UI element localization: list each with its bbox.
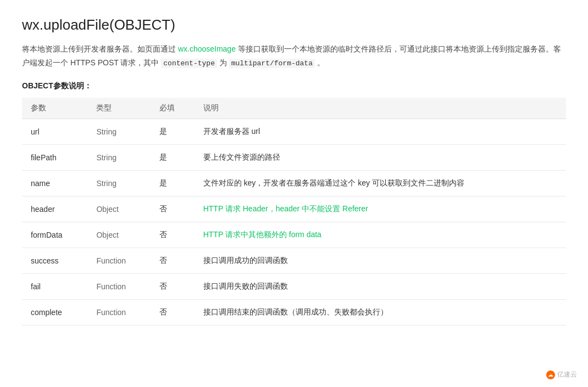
required-cell: 是 [151,170,195,196]
content-type-code: content-type [161,59,217,68]
param-cell: success [22,248,87,273]
desc-text-1: 将本地资源上传到开发者服务器。如页面通过 [22,44,178,53]
table-row: nameString是文件对应的 key，开发者在服务器端通过这个 key 可以… [22,170,566,196]
required-cell: 是 [151,144,195,170]
required-cell: 否 [151,196,195,222]
type-cell: Object [87,222,150,248]
col-header-type: 类型 [87,98,150,119]
param-cell: fail [22,273,87,299]
table-row: urlString是开发者服务器 url [22,119,566,144]
params-table: 参数 类型 必填 说明 urlString是开发者服务器 urlfilePath… [22,98,566,326]
type-cell: String [87,119,150,144]
type-cell: Function [87,299,150,325]
param-cell: header [22,196,87,222]
table-header-row: 参数 类型 必填 说明 [22,98,566,119]
table-body: urlString是开发者服务器 urlfilePathString是要上传文件… [22,119,566,325]
required-cell: 否 [151,222,195,248]
required-cell: 否 [151,299,195,325]
desc-cell: 接口调用成功的回调函数 [195,248,566,273]
type-cell: String [87,144,150,170]
required-cell: 否 [151,273,195,299]
type-cell: String [87,170,150,196]
type-cell: Function [87,248,150,273]
table-header: 参数 类型 必填 说明 [22,98,566,119]
wx-choose-image-link[interactable]: wx.chooseImage [178,44,236,53]
description-paragraph: 将本地资源上传到开发者服务器。如页面通过 wx.chooseImage 等接口获… [22,42,566,70]
table-row: filePathString是要上传文件资源的路径 [22,144,566,170]
param-cell: formData [22,222,87,248]
table-row: headerObject否HTTP 请求 Header，header 中不能设置… [22,196,566,222]
col-header-required: 必填 [151,98,195,119]
table-row: failFunction否接口调用失败的回调函数 [22,273,566,299]
type-cell: Object [87,196,150,222]
desc-cell: 开发者服务器 url [195,119,566,144]
param-cell: name [22,170,87,196]
param-cell: complete [22,299,87,325]
desc-cell: HTTP 请求 Header，header 中不能设置 Referer [195,196,566,222]
desc-cell: HTTP 请求中其他额外的 form data [195,222,566,248]
desc-cell: 接口调用结束的回调函数（调用成功、失败都会执行） [195,299,566,325]
param-cell: filePath [22,144,87,170]
desc-text-4: 。 [315,58,325,67]
desc-cell: 文件对应的 key，开发者在服务器端通过这个 key 可以获取到文件二进制内容 [195,170,566,196]
multipart-code: multipart/form-data [229,59,315,68]
watermark-icon: ☁ [546,371,555,379]
param-cell: url [22,119,87,144]
required-cell: 是 [151,119,195,144]
watermark-text: 亿速云 [557,370,577,379]
watermark: ☁ 亿速云 [546,370,577,379]
required-cell: 否 [151,248,195,273]
type-cell: Function [87,273,150,299]
desc-cell: 要上传文件资源的路径 [195,144,566,170]
table-row: successFunction否接口调用成功的回调函数 [22,248,566,273]
table-row: formDataObject否HTTP 请求中其他额外的 form data [22,222,566,248]
desc-text-3: 为 [217,58,229,67]
col-header-param: 参数 [22,98,87,119]
desc-cell: 接口调用失败的回调函数 [195,273,566,299]
page-title: wx.uploadFile(OBJECT) [22,16,566,33]
section-title: OBJECT参数说明： [22,81,566,91]
table-row: completeFunction否接口调用结束的回调函数（调用成功、失败都会执行… [22,299,566,325]
col-header-desc: 说明 [195,98,566,119]
